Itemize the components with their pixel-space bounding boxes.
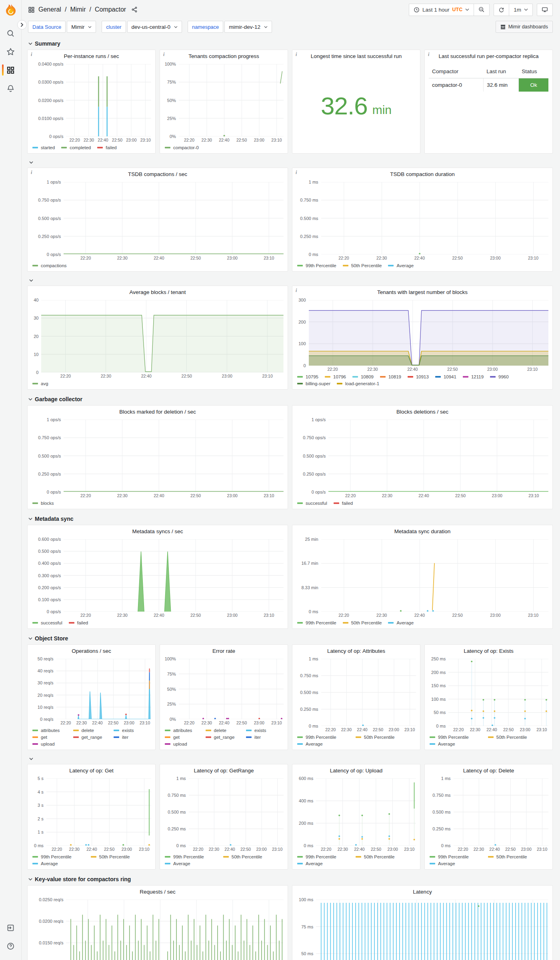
variable-namespace-select[interactable]: mimir-dev-12 [224, 21, 272, 33]
legend-item[interactable]: 99th Percentile [165, 854, 217, 860]
legend-item[interactable]: 10819 [380, 374, 401, 380]
legend-item[interactable]: 99th Percentile [297, 262, 336, 269]
panel-title[interactable]: Longest time since last successful run [296, 52, 416, 61]
row-toggle-collapsed-1[interactable] [27, 157, 553, 168]
plot-area[interactable] [328, 420, 548, 492]
legend-item[interactable]: 50th Percentile [91, 854, 143, 860]
legend-item[interactable]: 50th Percentile [488, 734, 540, 740]
plot-area[interactable] [66, 900, 284, 960]
legend-item[interactable]: compactions [32, 262, 67, 269]
legend-item[interactable]: successful [32, 620, 62, 626]
panel-info-icon[interactable]: i [163, 52, 164, 58]
panel-info-icon[interactable]: i [296, 52, 297, 58]
plot-area[interactable] [321, 539, 548, 612]
legend-item[interactable]: Average [388, 262, 414, 269]
legend-item[interactable]: Average [297, 741, 349, 747]
panel-title[interactable]: Metadata syncs / sec [32, 527, 284, 536]
legend-item[interactable]: 10941 [435, 374, 456, 380]
table-header-cell[interactable]: Status [518, 65, 548, 78]
panel-title[interactable]: Blocks marked for deletion / sec [32, 408, 284, 416]
plot-area[interactable] [189, 778, 284, 846]
panel-title[interactable]: Latency of op: Exists [429, 647, 548, 656]
refresh-button[interactable] [494, 4, 509, 16]
zoom-out-time-button[interactable] [474, 4, 489, 16]
mimir-dashboards-button[interactable]: Mimir dashboards [496, 21, 553, 33]
legend-item[interactable]: started [32, 144, 55, 151]
legend-item[interactable]: Average [32, 860, 84, 867]
plot-area[interactable] [321, 182, 548, 254]
legend-item[interactable]: 10809 [352, 374, 374, 380]
legend-item[interactable]: get [32, 734, 67, 740]
table-header-cell[interactable]: Last run [483, 65, 518, 78]
row-header-metadata-sync[interactable]: Metadata sync [27, 513, 553, 525]
plot-area[interactable] [179, 64, 284, 136]
panel-title[interactable]: Latency of op: Upload [296, 766, 416, 775]
time-range-picker[interactable]: Last 1 hour UTC [409, 4, 474, 16]
legend-item[interactable]: iter [246, 734, 280, 740]
panel-title[interactable]: Latency of op: Delete [429, 766, 548, 775]
grafana-logo[interactable] [4, 3, 18, 18]
legend-item[interactable]: completed [61, 144, 91, 151]
legend-item[interactable]: blocks [32, 500, 54, 506]
legend-item[interactable]: upload [32, 741, 67, 747]
sidebar-item-help[interactable] [0, 937, 22, 955]
legend-item[interactable]: 50th Percentile [356, 734, 408, 740]
sidebar-item-sign-in[interactable] [0, 918, 22, 937]
row-header-object-store[interactable]: Object Store [27, 632, 553, 644]
legend-item[interactable]: 50th Percentile [343, 620, 382, 626]
row-header-garbage-collector[interactable]: Garbage collector [27, 393, 553, 405]
legend-item[interactable]: attributes [165, 727, 199, 734]
legend-item[interactable]: Average [165, 860, 217, 867]
panel-title[interactable]: TSDB compaction duration [296, 170, 548, 179]
plot-area[interactable] [64, 420, 284, 492]
legend-item[interactable]: billing-super [297, 380, 330, 387]
plot-area[interactable] [56, 659, 151, 719]
legend-item[interactable]: get_range [73, 734, 108, 740]
legend-item[interactable]: 99th Percentile [430, 734, 482, 740]
legend-item[interactable]: get_range [206, 734, 240, 740]
breadcrumb-app[interactable]: Mimir [70, 6, 86, 13]
legend-item[interactable]: compactor-0 [165, 144, 199, 151]
panel-info-icon[interactable]: i [31, 52, 32, 58]
sidebar-item-starred[interactable] [0, 42, 22, 61]
plot-area[interactable] [64, 539, 284, 612]
row-header-kv-store[interactable]: Key-value store for compactors ring [27, 873, 553, 885]
legend-item[interactable]: successful [297, 500, 327, 506]
legend-item[interactable]: get [165, 734, 199, 740]
legend-item[interactable]: iter [114, 734, 148, 740]
legend-item[interactable]: delete [73, 727, 108, 734]
panel-info-icon[interactable]: i [296, 288, 297, 294]
panel-title[interactable]: Per-instance runs / sec [32, 52, 151, 61]
legend-item[interactable]: 10796 [325, 374, 346, 380]
panel-info-icon[interactable]: i [296, 170, 297, 176]
legend-item[interactable]: Average [297, 860, 349, 867]
panel-title[interactable]: Tenants with largest number of blocks [296, 288, 548, 297]
panel-info-icon[interactable]: i [428, 52, 429, 58]
sidebar-item-alerting[interactable] [0, 79, 22, 98]
variable-cluster-select[interactable]: dev-us-central-0 [127, 21, 182, 33]
panel-title[interactable]: Average blocks / tenant [32, 288, 284, 297]
panel-title[interactable]: Latency of op: Get [32, 766, 151, 775]
plot-area[interactable] [64, 182, 284, 254]
breadcrumb-folder[interactable]: General [38, 6, 61, 13]
legend-item[interactable]: failed [334, 500, 353, 506]
legend-item[interactable]: 50th Percentile [488, 854, 540, 860]
legend-item[interactable]: upload [165, 741, 199, 747]
legend-item[interactable]: 50th Percentile [343, 262, 382, 269]
panel-title[interactable]: Operations / sec [32, 647, 151, 656]
legend-item[interactable]: 99th Percentile [297, 854, 349, 860]
panel-title[interactable]: TSDB compactions / sec [32, 170, 284, 179]
legend-item[interactable]: failed [69, 620, 88, 626]
panel-title[interactable]: Tenants compaction progress [164, 52, 284, 61]
variable-datasource-select[interactable]: Mimir [67, 21, 96, 33]
panel-title[interactable]: Latency [296, 888, 548, 896]
legend-item[interactable]: attributes [32, 727, 67, 734]
legend-item[interactable]: exists [114, 727, 148, 734]
legend-item[interactable]: 99th Percentile [297, 620, 336, 626]
breadcrumb-page[interactable]: Compactor [95, 6, 126, 13]
plot-area[interactable] [321, 659, 416, 726]
legend-item[interactable]: Average [430, 860, 482, 867]
plot-area[interactable] [46, 778, 151, 846]
legend-item[interactable]: 10795 [297, 374, 318, 380]
legend-item[interactable]: 99th Percentile [32, 854, 84, 860]
